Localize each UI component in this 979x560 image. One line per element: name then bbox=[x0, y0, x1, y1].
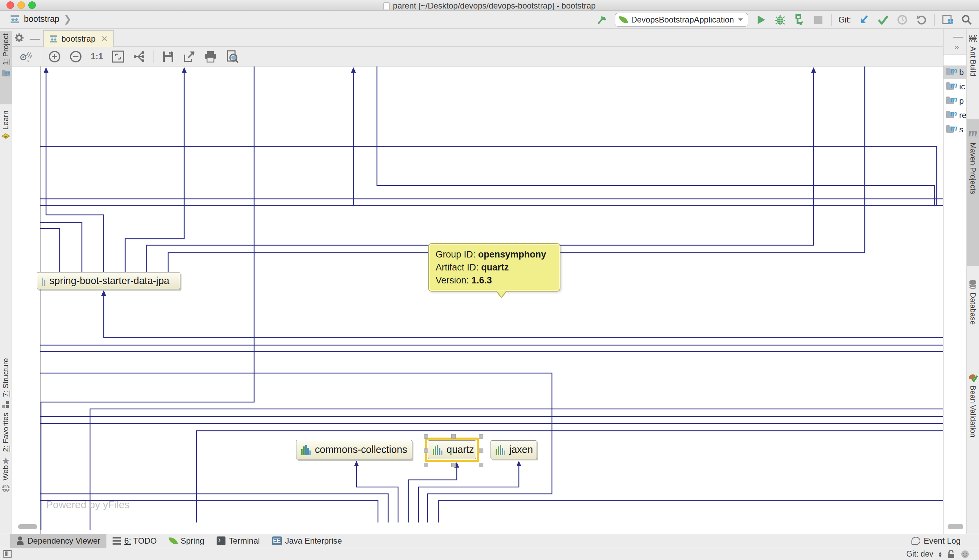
git-label: Git: bbox=[839, 15, 851, 25]
project-label: 1: Project bbox=[2, 33, 10, 65]
favorites-label: 2: Favorites bbox=[2, 413, 10, 452]
web-label: Web bbox=[2, 465, 10, 480]
vcs-update-button[interactable] bbox=[858, 13, 870, 26]
dependency-viewer-icon bbox=[17, 537, 24, 545]
node-commons-collections[interactable]: commons-collections bbox=[296, 440, 412, 459]
selection-handle[interactable] bbox=[479, 434, 484, 438]
zoom-in-icon[interactable] bbox=[48, 50, 62, 63]
selection-handle[interactable] bbox=[424, 448, 428, 453]
tab-bootstrap[interactable]: bootstrap ✕ bbox=[43, 30, 113, 47]
save-icon[interactable] bbox=[161, 50, 175, 63]
module-label: b bbox=[959, 68, 964, 77]
run-button[interactable] bbox=[755, 13, 767, 26]
status-bar-right: Git: dev ▴▾ bbox=[906, 550, 969, 558]
module-label: re bbox=[959, 110, 966, 120]
git-branch-widget[interactable]: Git: dev bbox=[906, 550, 933, 558]
breadcrumb-label[interactable]: bootstrap bbox=[24, 14, 59, 24]
maven-module-row[interactable]: s bbox=[944, 123, 966, 137]
breadcrumb-chevron: ❯ bbox=[63, 13, 71, 25]
node-quartz[interactable]: quartz bbox=[428, 440, 476, 459]
node-jaxen[interactable]: jaxen bbox=[490, 440, 537, 459]
apply-layout-icon[interactable] bbox=[132, 50, 146, 63]
close-tab-icon[interactable]: ✕ bbox=[101, 34, 108, 44]
fit-content-icon[interactable] bbox=[111, 50, 125, 63]
project-folder-icon bbox=[2, 68, 10, 77]
artifact-bars-icon bbox=[433, 444, 443, 455]
write-lock-icon[interactable] bbox=[947, 550, 955, 558]
vcs-commit-button[interactable] bbox=[877, 13, 889, 26]
toolwindow-event-log[interactable]: Event Log bbox=[905, 534, 967, 548]
export-icon[interactable] bbox=[182, 50, 196, 63]
maven-module-row[interactable]: p bbox=[944, 94, 966, 108]
sidebar-item-structure[interactable]: 7: Structure bbox=[0, 358, 12, 408]
web-globe-icon bbox=[2, 484, 10, 493]
toolwindow-java-enterprise[interactable]: Java Enterprise bbox=[266, 534, 348, 548]
node-spring-boot-starter-data-jpa[interactable]: spring-boot-starter-data-jpa bbox=[37, 272, 180, 289]
learn-label: Learn bbox=[2, 110, 10, 130]
selection-handle[interactable] bbox=[424, 434, 428, 438]
chevron-down-icon bbox=[737, 18, 744, 22]
search-everywhere-icon[interactable] bbox=[961, 13, 973, 26]
user-face-icon[interactable] bbox=[961, 550, 969, 558]
selection-handle[interactable] bbox=[479, 463, 484, 467]
selection-handle[interactable] bbox=[479, 448, 484, 453]
tooltip-group-row: Group ID: opensymphony bbox=[435, 248, 553, 261]
rollback-button[interactable] bbox=[915, 13, 927, 26]
run-with-coverage-button[interactable] bbox=[793, 13, 806, 26]
toolbar-separator bbox=[40, 50, 40, 63]
sidebar-item-bean-validation[interactable]: Bean Validation bbox=[967, 373, 979, 438]
dependency-diagram-canvas[interactable]: spring-boot-starter-data-jpa commons-col… bbox=[12, 67, 943, 534]
toolwindow-terminal[interactable]: Terminal bbox=[210, 534, 266, 548]
sidebar-item-project[interactable]: 1: Project bbox=[0, 33, 12, 77]
maven-module-icon bbox=[946, 97, 956, 105]
selection-handle[interactable] bbox=[451, 434, 456, 438]
window-title: parent [~/Desktop/devops/devops-bootstra… bbox=[0, 1, 979, 10]
node-label: commons-collections bbox=[315, 444, 407, 455]
event-log-bubble-icon bbox=[911, 537, 920, 545]
sidebar-item-learn[interactable]: Learn bbox=[0, 110, 12, 142]
sidebar-item-maven-projects[interactable]: Maven Projects bbox=[967, 126, 979, 194]
actual-size-icon[interactable]: 1:1 bbox=[90, 50, 104, 63]
hide-tabs-icon[interactable]: — bbox=[30, 33, 40, 44]
overview-settings-icon[interactable] bbox=[19, 50, 32, 63]
maven-module-row[interactable]: ic bbox=[944, 80, 966, 93]
tab-options-gear-icon[interactable] bbox=[14, 33, 24, 43]
java-enterprise-label: Java Enterprise bbox=[285, 536, 342, 546]
dependency-edges bbox=[12, 67, 943, 534]
macos-titlebar: parent [~/Desktop/devops/devops-bootstra… bbox=[0, 0, 979, 10]
toolwindow-spring[interactable]: Spring bbox=[163, 534, 210, 548]
bean-validation-label: Bean Validation bbox=[969, 385, 977, 438]
tooltip-pointer bbox=[495, 291, 507, 298]
build-hammer-icon[interactable] bbox=[596, 13, 608, 26]
maven-module-row[interactable]: b bbox=[944, 65, 966, 79]
print-preview-icon[interactable] bbox=[225, 50, 238, 63]
print-icon[interactable] bbox=[203, 50, 217, 63]
maven-project-icon bbox=[10, 14, 20, 24]
toggle-toolwindows-icon[interactable] bbox=[3, 550, 12, 558]
terminal-label: Terminal bbox=[229, 536, 260, 546]
database-label: Database bbox=[969, 293, 977, 325]
breadcrumb[interactable]: bootstrap ❯ bbox=[10, 13, 72, 25]
tooltip-version-row: Version: 1.6.3 bbox=[435, 274, 553, 287]
main-toolbar: bootstrap ❯ DevopsBootstrapApplication G… bbox=[0, 10, 979, 28]
selection-handle[interactable] bbox=[424, 463, 428, 467]
run-toolbar: DevopsBootstrapApplication Git: bbox=[596, 10, 979, 28]
horizontal-scrollbar-thumb[interactable] bbox=[18, 524, 37, 529]
toolwindow-dependency-viewer[interactable]: Dependency Viewer bbox=[10, 534, 107, 548]
panel-scrollbar-thumb[interactable] bbox=[947, 524, 963, 529]
more-chevron-icon[interactable]: » bbox=[954, 42, 959, 52]
sidebar-item-database[interactable]: Database bbox=[967, 280, 979, 325]
sidebar-item-ant-build[interactable]: Ant Build bbox=[967, 34, 979, 77]
hide-panel-icon[interactable]: — bbox=[953, 31, 963, 42]
toolwindow-todo[interactable]: 6: TODO bbox=[107, 534, 163, 548]
history-button bbox=[896, 13, 908, 26]
selection-handle[interactable] bbox=[451, 463, 456, 467]
toolwindows-button[interactable] bbox=[941, 13, 954, 26]
sidebar-item-favorites[interactable]: 2: Favorites bbox=[0, 413, 12, 467]
debug-button[interactable] bbox=[774, 13, 786, 26]
run-configuration-select[interactable]: DevopsBootstrapApplication bbox=[615, 13, 748, 27]
zoom-out-icon[interactable] bbox=[69, 50, 83, 63]
maven-projects-panel: — » b ic p re s bbox=[943, 28, 966, 534]
maven-module-row[interactable]: re bbox=[944, 108, 966, 122]
sidebar-item-web[interactable]: Web bbox=[0, 465, 12, 493]
